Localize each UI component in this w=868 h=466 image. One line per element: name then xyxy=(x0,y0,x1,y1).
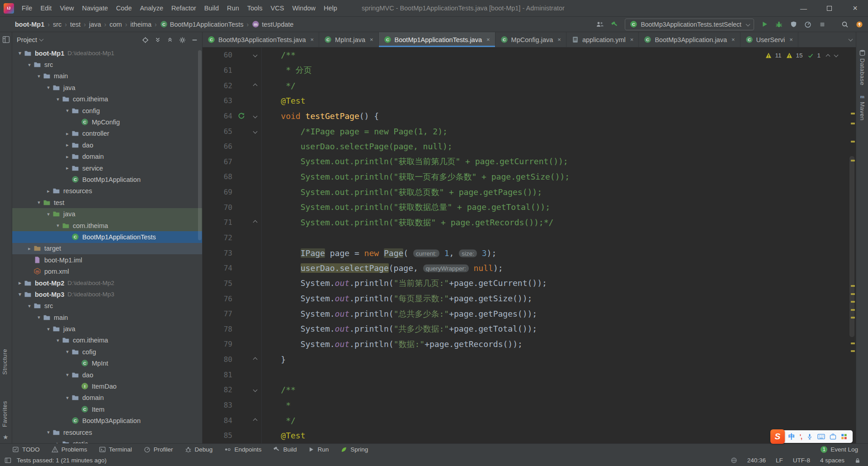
code-editor[interactable]: 60 /**61 * 分页62 */63 @Test64 void testGe… xyxy=(203,48,848,443)
tree-expanded-arrow[interactable]: ▾ xyxy=(25,303,33,309)
menu-build[interactable]: Build xyxy=(200,2,223,14)
tab-close-icon[interactable]: × xyxy=(789,36,793,43)
fold-marker[interactable] xyxy=(249,358,261,361)
tree-collapsed-arrow[interactable]: ▸ xyxy=(63,142,71,148)
tree-item-boot-Mp1[interactable]: ▾boot-Mp1D:\idea\boot-Mp1 xyxy=(12,48,202,59)
scrollbar-warning-mark[interactable] xyxy=(851,301,855,303)
menu-analyze[interactable]: Analyze xyxy=(136,2,167,14)
scrollbar-warning-mark[interactable] xyxy=(851,141,855,143)
tree-item-test[interactable]: ▾test xyxy=(12,197,202,208)
locate-file-button[interactable] xyxy=(142,37,149,43)
scrollbar-warning-mark[interactable] xyxy=(851,293,855,295)
tree-expanded-arrow[interactable]: ▾ xyxy=(63,372,71,378)
ime-punctuation-label[interactable]: ', xyxy=(800,433,802,440)
tree-item-com.itheima[interactable]: ▾com.itheima xyxy=(12,335,202,346)
breadcrumb-item-itheima[interactable]: itheima xyxy=(130,21,151,28)
expand-all-button[interactable] xyxy=(155,37,161,43)
toolwindow-switcher-icon[interactable] xyxy=(5,457,11,464)
tree-expanded-arrow[interactable]: ▾ xyxy=(54,338,62,343)
tree-expanded-arrow[interactable]: ▾ xyxy=(35,73,43,79)
maximize-button[interactable] xyxy=(816,0,842,17)
tree-expanded-arrow[interactable]: ▾ xyxy=(63,349,71,355)
tree-item-boot-Mp2[interactable]: ▸boot-Mp2D:\idea\boot-Mp2 xyxy=(12,277,202,289)
tree-item-config[interactable]: ▾config xyxy=(12,105,202,116)
fold-marker[interactable] xyxy=(249,130,261,133)
run-configuration-select[interactable]: C BootMp3ApplicationTests.testSelect xyxy=(625,19,754,30)
tree-item-ItemDao[interactable]: IItemDao xyxy=(12,380,202,392)
breadcrumb-item-boot-Mp1[interactable]: boot-Mp1 xyxy=(15,21,44,28)
next-issue-chevron-icon[interactable] xyxy=(834,53,839,57)
tab-close-icon[interactable]: × xyxy=(370,36,373,43)
tree-item-boot-Mp3[interactable]: ▾boot-Mp3D:\idea\boot-Mp3 xyxy=(12,289,202,300)
menu-code[interactable]: Code xyxy=(112,2,136,14)
toolbox-icon[interactable] xyxy=(830,433,836,440)
event-log-button[interactable]: 1Event Log xyxy=(817,446,862,453)
file-encoding[interactable]: UTF-8 xyxy=(793,457,810,464)
tree-item-src[interactable]: ▾src xyxy=(12,300,202,312)
tree-item-BootMp3Application[interactable]: CBootMp3Application xyxy=(12,415,202,427)
tree-item-java[interactable]: ▾java xyxy=(12,82,202,93)
tree-item-target[interactable]: ▸target xyxy=(12,243,202,254)
fold-marker[interactable] xyxy=(249,114,261,118)
tree-item-dao[interactable]: ▸dao xyxy=(12,139,202,151)
tree-item-java[interactable]: ▾java xyxy=(12,208,202,219)
tab-close-icon[interactable]: × xyxy=(630,36,634,43)
search-everywhere-button[interactable] xyxy=(841,20,849,29)
tree-item-dao[interactable]: ▾dao xyxy=(12,369,202,380)
scrollbar-warning-mark[interactable] xyxy=(851,309,855,311)
tree-expanded-arrow[interactable]: ▾ xyxy=(25,62,33,68)
fold-marker[interactable] xyxy=(249,419,261,422)
toolwindow-button-structure[interactable]: Structure xyxy=(1,349,8,375)
tree-item-static[interactable]: ▸static xyxy=(12,438,202,443)
tree-collapsed-arrow[interactable]: ▸ xyxy=(63,154,71,160)
tree-expanded-arrow[interactable]: ▾ xyxy=(35,314,43,320)
scrollbar-warning-mark[interactable] xyxy=(851,160,855,162)
stop-button[interactable] xyxy=(818,20,826,29)
tab-application.yml[interactable]: application.yml× xyxy=(566,32,639,47)
inspections-widget[interactable]: 11 15 1 xyxy=(764,51,840,60)
tree-item-MpInt[interactable]: CMpInt xyxy=(12,358,202,369)
tree-expanded-arrow[interactable]: ▾ xyxy=(63,395,71,401)
tab-MpConfig.java[interactable]: CMpConfig.java× xyxy=(495,32,566,47)
toolwindow-button-profiler[interactable]: Profiler xyxy=(138,444,179,455)
tree-item-boot-Mp1.iml[interactable]: boot-Mp1.iml xyxy=(12,254,202,266)
fold-marker[interactable] xyxy=(249,53,261,57)
tree-item-resources[interactable]: ▾resources xyxy=(12,427,202,438)
toolwindow-button-debug[interactable]: Debug xyxy=(179,444,219,455)
grid-icon[interactable] xyxy=(841,433,847,440)
fold-marker[interactable] xyxy=(249,388,261,391)
hide-panel-button[interactable] xyxy=(192,37,198,43)
menu-view[interactable]: View xyxy=(56,2,78,14)
tree-expanded-arrow[interactable]: ▾ xyxy=(63,108,71,114)
build-hammer-icon[interactable] xyxy=(610,20,618,29)
tree-item-BootMp1ApplicationTests[interactable]: CBootMp1ApplicationTests xyxy=(12,231,202,243)
tree-item-Item[interactable]: CItem xyxy=(12,404,202,415)
debug-button[interactable] xyxy=(775,20,783,29)
toolwindow-button-spring[interactable]: Spring xyxy=(335,444,374,455)
project-panel-title[interactable]: Project xyxy=(17,36,37,43)
fold-marker[interactable] xyxy=(249,221,261,224)
tree-expanded-arrow[interactable]: ▾ xyxy=(54,223,62,228)
tree-item-MpConfig[interactable]: CMpConfig xyxy=(12,116,202,128)
toolwindow-button-todo[interactable]: TODO xyxy=(6,444,46,455)
tree-collapsed-arrow[interactable]: ▸ xyxy=(16,280,24,286)
tree-collapsed-arrow[interactable]: ▸ xyxy=(63,165,71,171)
prev-issue-chevron-icon[interactable] xyxy=(826,54,830,58)
ime-language-label[interactable]: 中 xyxy=(788,433,795,441)
toolwindow-button-run[interactable]: Run xyxy=(302,444,335,455)
line-separator[interactable]: LF xyxy=(776,457,783,464)
tab-close-icon[interactable]: × xyxy=(310,36,314,43)
close-button[interactable]: × xyxy=(842,0,868,17)
tab-BootMp1ApplicationTests.java[interactable]: CBootMp1ApplicationTests.java× xyxy=(379,32,495,47)
tab-MpInt.java[interactable]: CMpInt.java× xyxy=(319,32,379,47)
tree-item-domain[interactable]: ▾domain xyxy=(12,392,202,404)
mic-icon[interactable] xyxy=(807,433,813,440)
indent-info[interactable]: 4 spaces xyxy=(820,457,844,464)
breadcrumb-item-test[interactable]: test xyxy=(70,21,80,28)
tree-item-com.itheima[interactable]: ▾com.itheima xyxy=(12,220,202,231)
tree-item-domain[interactable]: ▸domain xyxy=(12,151,202,162)
toolwindow-button-database[interactable]: Database xyxy=(856,49,868,86)
tree-expanded-arrow[interactable]: ▾ xyxy=(44,429,52,435)
keyboard-icon[interactable] xyxy=(817,433,825,440)
fold-marker[interactable] xyxy=(249,84,261,87)
